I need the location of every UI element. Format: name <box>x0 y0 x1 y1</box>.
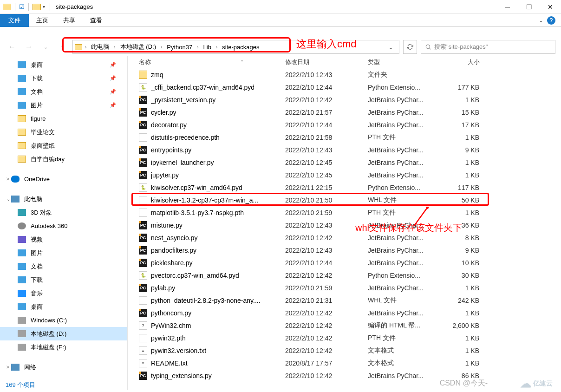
tab-share[interactable]: 共享 <box>56 14 83 27</box>
table-row[interactable]: python_dateutil-2.8.2-py3-none-any....20… <box>128 294 561 307</box>
table-row[interactable]: PC_pyrsistent_version.py2022/2/10 12:42J… <box>128 93 561 106</box>
table-row[interactable]: PCmistune.py2022/2/10 12:43JetBrains PyC… <box>128 219 561 231</box>
table-row[interactable]: PCpylab.py2022/2/10 21:59JetBrains PyCha… <box>128 281 561 294</box>
help-icon[interactable]: ? <box>547 16 555 25</box>
chevron-right-icon[interactable]: › <box>215 45 218 50</box>
table-row[interactable]: PCentrypoints.py2022/2/10 12:43JetBrains… <box>128 144 561 156</box>
file-date: 2022/2/10 12:43 <box>285 71 368 78</box>
crumb-lib[interactable]: Lib <box>200 40 215 53</box>
tab-view[interactable]: 查看 <box>83 14 110 27</box>
sidebar-item[interactable]: 本地磁盘 (D:) <box>0 327 127 340</box>
table-row[interactable]: ?PyWin32.chm2022/2/10 12:42编译的 HTML 帮...… <box>128 319 561 332</box>
close-button[interactable]: ✕ <box>540 0 561 14</box>
expand-icon[interactable]: > <box>7 365 9 370</box>
title-bar: ☑ ▾ site-packages ─ ☐ ✕ <box>0 0 561 14</box>
nav-back-button[interactable]: ← <box>6 40 19 53</box>
file-size: 9 KB <box>437 247 479 254</box>
sidebar-item[interactable]: >OneDrive <box>0 172 127 186</box>
sort-asc-icon: ⌃ <box>240 59 244 65</box>
sidebar-item[interactable]: 音乐 <box>0 287 127 300</box>
qat-checkbox-icon[interactable]: ☑ <box>19 3 25 10</box>
table-row[interactable]: ≡pywin32.version.txt2022/2/10 12:42文本格式1… <box>128 344 561 357</box>
nav-history-button[interactable]: ⌄ <box>39 40 52 53</box>
sidebar-item[interactable]: 自学自编day <box>0 152 127 166</box>
sidebar-item[interactable]: 下载 <box>0 273 127 287</box>
table-row[interactable]: ≡README.txt2020/8/17 17:57文本格式1 KB <box>128 357 561 369</box>
table-row[interactable]: zmq2022/2/10 12:43文件夹 <box>128 68 561 81</box>
sidebar-item[interactable]: Autodesk 360 <box>0 219 127 233</box>
col-date[interactable]: 修改日期 <box>285 58 368 66</box>
file-name: ipykernel_launcher.py <box>151 159 285 166</box>
expand-icon[interactable]: ⌄ <box>7 196 10 202</box>
chevron-right-icon[interactable]: › <box>113 45 116 50</box>
chevron-right-icon[interactable]: › <box>160 45 163 50</box>
tab-file[interactable]: 文件 <box>0 14 29 27</box>
search-input[interactable]: 搜索"site-packages" <box>421 40 555 54</box>
sidebar-item[interactable]: Windows (C:) <box>0 314 127 327</box>
qat-dropdown-icon[interactable]: ▾ <box>43 4 45 9</box>
col-name[interactable]: 名称⌃ <box>139 58 285 66</box>
table-row[interactable]: pywin32.pth2022/2/10 12:42PTH 文件1 KB <box>128 332 561 344</box>
tab-home[interactable]: 主页 <box>29 14 56 27</box>
item-icon <box>18 156 26 163</box>
breadcrumb-dropdown-icon[interactable]: ⌄ <box>385 44 397 51</box>
table-row[interactable]: 🐍_cffi_backend.cp37-win_amd64.pyd2022/2/… <box>128 81 561 93</box>
sidebar-item[interactable]: 本地磁盘 (E:) <box>0 340 127 354</box>
qat-folder-icon[interactable] <box>33 4 41 10</box>
table-row[interactable]: distutils-precedence.pth2022/2/10 21:58P… <box>128 131 561 144</box>
file-date: 2022/2/10 12:44 <box>285 259 368 267</box>
sidebar-item[interactable]: 桌面壁纸 <box>0 139 127 152</box>
crumb-drive-d[interactable]: 本地磁盘 (D:) <box>117 40 160 53</box>
col-type[interactable]: 类型 <box>368 58 437 66</box>
table-row[interactable]: 🐍pvectorc.cp37-win_amd64.pyd2022/2/10 12… <box>128 269 561 281</box>
pycharm-file-icon: PC <box>139 96 147 104</box>
table-row[interactable]: PCcycler.py2022/2/10 21:57JetBrains PyCh… <box>128 106 561 118</box>
sidebar-item[interactable]: 文档 <box>0 260 127 273</box>
item-label: 自学自编day <box>31 155 65 163</box>
sidebar-item[interactable]: 毕业论文 <box>0 125 127 139</box>
item-label: 桌面 <box>31 61 43 69</box>
crumb-sitepackages[interactable]: site-packages <box>218 40 263 53</box>
table-row[interactable]: PCpandocfilters.py2022/2/10 12:43JetBrai… <box>128 244 561 256</box>
sidebar-item[interactable]: 桌面📌 <box>0 58 127 72</box>
item-icon <box>18 344 26 351</box>
file-size: 1 KB <box>437 159 479 166</box>
file-date: 2022/2/10 12:45 <box>285 159 368 166</box>
sidebar-item[interactable]: 视频 <box>0 233 127 246</box>
table-row[interactable]: PCdecorator.py2022/2/10 12:44JetBrains P… <box>128 118 561 131</box>
sidebar-item[interactable]: 3D 对象 <box>0 206 127 219</box>
minimize-button[interactable]: ─ <box>497 0 518 14</box>
sidebar-item[interactable]: 桌面 <box>0 300 127 314</box>
sidebar-item[interactable]: figure <box>0 112 127 125</box>
sidebar-item[interactable]: 文档📌 <box>0 85 127 98</box>
sidebar-item[interactable]: ⌄此电脑 <box>0 192 127 206</box>
item-icon <box>18 102 26 109</box>
sidebar-item[interactable]: >网络 <box>0 360 127 374</box>
table-row[interactable]: PCpythoncom.py2022/2/10 12:42JetBrains P… <box>128 307 561 319</box>
col-size[interactable]: 大小 <box>437 58 484 66</box>
table-row[interactable]: PCjupyter.py2022/2/10 12:45JetBrains PyC… <box>128 169 561 181</box>
nav-forward-button[interactable]: → <box>22 40 35 53</box>
crumb-python37[interactable]: Python37 <box>163 40 196 53</box>
chevron-right-icon[interactable]: › <box>196 45 199 50</box>
table-row[interactable]: kiwisolver-1.3.2-cp37-cp37m-win_a...2022… <box>128 194 561 206</box>
maximize-button[interactable]: ☐ <box>518 0 540 14</box>
sidebar-item[interactable]: 图片📌 <box>0 98 127 112</box>
ribbon-expand-icon[interactable]: ⌄ <box>539 17 543 24</box>
chevron-right-icon[interactable]: › <box>84 45 87 50</box>
crumb-thispc[interactable]: 此电脑 <box>87 40 113 53</box>
table-row[interactable]: PCtyping_extensions.py2022/2/10 12:42Jet… <box>128 369 561 382</box>
sidebar-item[interactable]: 下载📌 <box>0 72 127 85</box>
file-type: Python Extensio... <box>368 272 437 279</box>
table-row[interactable]: matplotlib-3.5.1-py3.7-nspkg.pth2022/2/1… <box>128 206 561 219</box>
table-row[interactable]: PCpickleshare.py2022/2/10 12:44JetBrains… <box>128 256 561 269</box>
file-date: 2022/2/10 12:42 <box>285 334 368 342</box>
file-date: 2022/2/11 22:15 <box>285 184 368 191</box>
expand-icon[interactable]: > <box>7 176 9 182</box>
sidebar-item[interactable]: 图片 <box>0 246 127 260</box>
table-row[interactable]: 🐍kiwisolver.cp37-win_amd64.pyd2022/2/11 … <box>128 181 561 194</box>
table-row[interactable]: PCnest_asyncio.py2022/2/10 12:42JetBrain… <box>128 231 561 244</box>
table-row[interactable]: PCipykernel_launcher.py2022/2/10 12:45Je… <box>128 156 561 169</box>
nav-up-button[interactable]: ↑ <box>56 40 69 53</box>
refresh-button[interactable] <box>403 40 417 54</box>
